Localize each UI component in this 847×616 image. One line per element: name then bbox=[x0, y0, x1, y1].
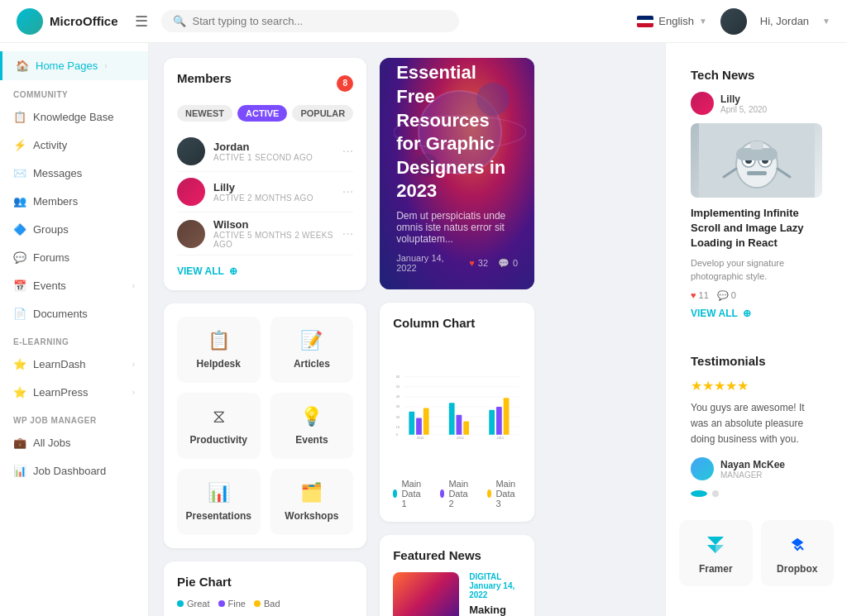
quick-link-presentations[interactable]: 📊 Presentations bbox=[177, 469, 261, 535]
tech-article-title[interactable]: Implementing Infinite Scroll and Image L… bbox=[691, 206, 822, 251]
sidebar-item-activity[interactable]: ⚡ Activity bbox=[0, 131, 148, 159]
data3-dot bbox=[487, 489, 491, 498]
legend-data3: Main Data 3 bbox=[487, 479, 521, 509]
news-text: DIGITAL January 14, 2022 Making an Onlin… bbox=[469, 572, 521, 616]
bad-dot bbox=[254, 600, 261, 607]
members-view-all[interactable]: VIEW ALL ⊕ bbox=[177, 265, 353, 277]
sidebar-item-members[interactable]: 👥 Members bbox=[0, 187, 148, 215]
quick-link-articles[interactable]: 📝 Articles bbox=[270, 317, 354, 383]
hero-likes: ♥ 32 bbox=[469, 258, 488, 268]
sidebar-item-documents[interactable]: 📄 Documents bbox=[0, 299, 148, 327]
sidebar-item-learnpress[interactable]: ⭐ LearnPress › bbox=[0, 378, 148, 406]
member-options-icon[interactable]: ··· bbox=[342, 144, 353, 159]
sidebar-item-knowledge-base[interactable]: 📋 Knowledge Base bbox=[0, 103, 148, 131]
member-name: Jordan bbox=[213, 141, 334, 153]
testimonial-author-name: Nayan McKee bbox=[720, 459, 785, 470]
svg-rect-27 bbox=[489, 410, 495, 435]
messages-icon: ✉️ bbox=[13, 166, 26, 179]
quick-link-helpdesk[interactable]: 📋 Helpdesk bbox=[177, 317, 261, 383]
knowledge-base-icon: 📋 bbox=[13, 110, 26, 123]
hamburger-icon[interactable]: ☰ bbox=[135, 12, 148, 31]
sidebar: 🏠 Home Pages › COMMUNITY 📋 Knowledge Bas… bbox=[0, 43, 149, 616]
svg-rect-37 bbox=[747, 171, 767, 175]
search-input[interactable] bbox=[193, 15, 447, 27]
framer-integration[interactable]: Framer bbox=[679, 520, 753, 586]
search-bar[interactable]: 🔍 bbox=[161, 10, 459, 32]
sidebar-item-all-jobs[interactable]: 💼 All Jobs bbox=[0, 428, 148, 456]
tab-newest[interactable]: NEWEST bbox=[177, 105, 232, 122]
forums-icon: 💬 bbox=[13, 251, 26, 264]
hero-date: January 14, 2022 bbox=[396, 253, 459, 273]
sidebar-item-forums[interactable]: 💬 Forums bbox=[0, 243, 148, 271]
testimonial-dot-inactive[interactable] bbox=[712, 490, 719, 497]
member-options-icon[interactable]: ··· bbox=[342, 184, 353, 199]
job-dashboard-icon: 📊 bbox=[13, 464, 26, 477]
sidebar-item-job-dashboard[interactable]: 📊 Job Dashboard bbox=[0, 456, 148, 485]
hero-description: Dem ut perspiciatis unde omnis iste natu… bbox=[396, 210, 518, 245]
logo-text: MicroOffice bbox=[50, 14, 118, 28]
dropbox-icon bbox=[784, 532, 811, 558]
sidebar-item-messages[interactable]: ✉️ Messages bbox=[0, 159, 148, 187]
hero-comments: 💬 0 bbox=[498, 258, 518, 269]
column-chart-card: Column Chart 60 50 40 30 20 10 0 bbox=[380, 303, 534, 522]
learnpress-chevron-icon: › bbox=[132, 388, 135, 397]
chevron-right-icon: › bbox=[104, 61, 107, 70]
sidebar-item-learndash[interactable]: ⭐ LearnDash › bbox=[0, 350, 148, 378]
activity-icon: ⚡ bbox=[13, 138, 26, 151]
members-card: Members 8 NEWEST ACTIVE POPULAR Jordan A… bbox=[164, 58, 366, 290]
news-article-title[interactable]: Making an Online Portfolio to Impress Cl… bbox=[469, 603, 521, 616]
legend-data1: Main Data 1 bbox=[393, 479, 427, 509]
learnpress-icon: ⭐ bbox=[13, 385, 26, 399]
dropbox-label: Dropbox bbox=[777, 563, 817, 575]
language-selector[interactable]: English ▼ bbox=[637, 15, 707, 27]
tab-popular[interactable]: POPULAR bbox=[292, 105, 353, 122]
data1-dot bbox=[393, 489, 397, 498]
sidebar-item-events[interactable]: 📅 Events › bbox=[0, 271, 148, 299]
app-root: MicroOffice ☰ 🔍 English ▼ Hi, Jordan ▼ 🏠… bbox=[0, 0, 847, 616]
circle-arrow-icon: ⊕ bbox=[229, 265, 237, 277]
framer-icon bbox=[702, 532, 729, 558]
workshops-label: Workshops bbox=[285, 510, 338, 522]
member-status: ACTIVE 5 MONTHS 2 WEEKS AGO bbox=[213, 231, 334, 249]
testimonial-dot-active[interactable] bbox=[691, 490, 707, 497]
framer-label: Framer bbox=[699, 563, 733, 575]
member-row: Wilson ACTIVE 5 MONTHS 2 WEEKS AGO ··· bbox=[177, 212, 353, 255]
quick-links-grid: 📋 Helpdesk 📝 Articles ⧖ Productivity bbox=[177, 317, 353, 535]
avatar bbox=[177, 137, 205, 165]
svg-rect-20 bbox=[416, 418, 422, 435]
featured-news-title: Featured News bbox=[393, 548, 521, 562]
right-panel: Tech News Lilly April 5, 2020 bbox=[665, 43, 847, 616]
tech-view-all[interactable]: VIEW ALL ⊕ bbox=[691, 308, 822, 319]
tab-active[interactable]: ACTIVE bbox=[237, 105, 287, 122]
author-avatar bbox=[691, 92, 714, 115]
section-wp-job: WP JOB MANAGER bbox=[0, 406, 148, 428]
helpdesk-icon: 📋 bbox=[208, 330, 230, 351]
dropbox-integration[interactable]: Dropbox bbox=[761, 520, 835, 586]
quick-link-workshops[interactable]: 🗂️ Workshops bbox=[270, 469, 354, 535]
news-meta: DIGITAL January 14, 2022 bbox=[469, 572, 521, 599]
svg-rect-25 bbox=[463, 421, 469, 434]
sidebar-item-groups[interactable]: 🔷 Groups bbox=[0, 215, 148, 243]
featured-news-card: Featured News DIGITAL January 14, 2022 M… bbox=[380, 535, 534, 616]
user-greeting[interactable]: Hi, Jordan bbox=[760, 15, 809, 27]
members-count-badge: 8 bbox=[337, 75, 353, 92]
documents-label: Documents bbox=[33, 308, 88, 320]
tech-article-desc: Develop your signature photographic styl… bbox=[691, 256, 822, 284]
documents-icon: 📄 bbox=[13, 307, 26, 320]
quick-link-productivity[interactable]: ⧖ Productivity bbox=[177, 393, 261, 459]
presentations-icon: 📊 bbox=[208, 482, 230, 504]
svg-text:2014: 2014 bbox=[457, 436, 464, 440]
comment-icon: 💬 bbox=[498, 258, 510, 269]
testimonials-title: Testimonials bbox=[691, 354, 822, 368]
robot-illustration bbox=[699, 123, 815, 198]
fine-dot bbox=[218, 600, 225, 607]
knowledge-base-label: Knowledge Base bbox=[33, 111, 114, 123]
legend-great: Great bbox=[177, 599, 210, 609]
legend-fine: Fine bbox=[218, 599, 246, 609]
sidebar-item-home[interactable]: 🏠 Home Pages › bbox=[0, 51, 148, 80]
quick-link-events[interactable]: 💡 Events bbox=[270, 393, 354, 459]
events-chevron-icon: › bbox=[132, 281, 135, 290]
member-options-icon[interactable]: ··· bbox=[342, 227, 353, 241]
tech-likes: ♥ 11 bbox=[691, 290, 709, 301]
col-2: DIGITAL Essential Free Resources for Gra… bbox=[380, 58, 534, 616]
